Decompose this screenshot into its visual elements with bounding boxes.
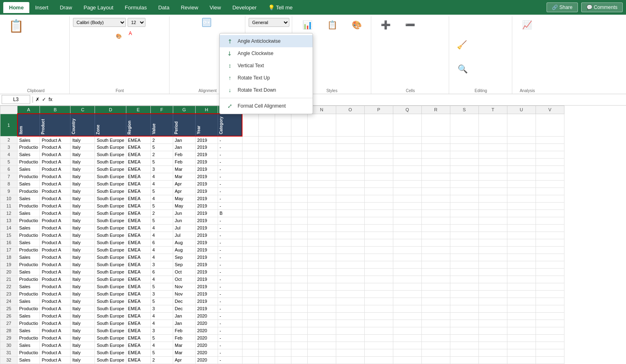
cell-17-19[interactable] — [478, 246, 507, 254]
col-header-P[interactable]: P — [364, 106, 393, 114]
cell-5-21[interactable] — [536, 158, 564, 165]
cell-24-10[interactable] — [258, 298, 275, 305]
cell-24-18[interactable] — [450, 298, 478, 305]
cell-6-16[interactable] — [393, 165, 421, 173]
cell-17-9[interactable] — [242, 246, 258, 254]
cell-4-8[interactable]: - — [218, 151, 242, 158]
format-painter-button[interactable]: 🖌 Format Painter — [28, 33, 67, 40]
row-num-14[interactable]: 14 — [0, 224, 18, 232]
cell-8-21[interactable] — [536, 180, 564, 188]
cell-3-11[interactable] — [275, 143, 291, 151]
cell-16-1[interactable]: Product A — [40, 239, 71, 246]
cell-9-16[interactable] — [393, 188, 421, 195]
cell-8-19[interactable] — [478, 180, 507, 188]
cell-18-17[interactable] — [421, 254, 450, 261]
cell-20-17[interactable] — [421, 268, 450, 276]
cell-20-8[interactable]: - — [218, 268, 242, 276]
cell-13-19[interactable] — [478, 217, 507, 224]
cell-11-12[interactable] — [291, 202, 307, 210]
cell-27-9[interactable] — [242, 320, 258, 327]
cell-27-7[interactable]: 2020 — [195, 320, 218, 327]
cell-27-16[interactable] — [393, 320, 421, 327]
cell-16-11[interactable] — [275, 239, 291, 246]
cell-15-5[interactable]: 4 — [150, 232, 173, 239]
cell-14-21[interactable] — [536, 224, 564, 232]
cell-11-11[interactable] — [275, 202, 291, 210]
cell-9-19[interactable] — [478, 188, 507, 195]
header-cell-19[interactable] — [478, 114, 507, 136]
cell-26-6[interactable]: Jan — [173, 312, 195, 320]
cell-18-4[interactable]: EMEA — [126, 254, 150, 261]
cell-7-14[interactable] — [336, 173, 364, 180]
cell-14-6[interactable]: Jul — [173, 224, 195, 232]
cell-29-4[interactable]: EMEA — [126, 334, 150, 342]
cell-9-8[interactable]: - — [218, 188, 242, 195]
decrease-indent-button[interactable]: ← — [202, 28, 211, 37]
cell-21-0[interactable]: Productio — [18, 276, 40, 283]
cell-15-16[interactable] — [393, 232, 421, 239]
cell-3-2[interactable]: Italy — [71, 143, 95, 151]
cell-30-18[interactable] — [450, 342, 478, 349]
cell-8-16[interactable] — [393, 180, 421, 188]
cell-3-8[interactable]: - — [218, 143, 242, 151]
cell-3-21[interactable] — [536, 143, 564, 151]
cell-5-8[interactable]: - — [218, 158, 242, 165]
cell-32-8[interactable]: - — [218, 356, 242, 364]
cell-13-8[interactable]: - — [218, 217, 242, 224]
cell-15-21[interactable] — [536, 232, 564, 239]
cell-10-11[interactable] — [275, 195, 291, 202]
cell-12-11[interactable] — [275, 210, 291, 217]
cell-10-0[interactable]: Sales — [18, 195, 40, 202]
header-cell-1[interactable]: Product — [40, 114, 71, 136]
col-header-S[interactable]: S — [450, 106, 478, 114]
cell-25-10[interactable] — [258, 305, 275, 312]
dropdown-item-rotate-text-up[interactable]: ↑ Rotate Text Up — [220, 72, 313, 84]
cell-25-12[interactable] — [291, 305, 307, 312]
cell-16-6[interactable]: Aug — [173, 239, 195, 246]
cell-8-5[interactable]: 4 — [150, 180, 173, 188]
cell-9-5[interactable]: 5 — [150, 188, 173, 195]
sort-filter-button[interactable]: ↕ Sort &Filter ▼ — [472, 38, 491, 62]
cell-23-9[interactable] — [242, 290, 258, 298]
cell-18-13[interactable] — [307, 254, 336, 261]
cell-9-6[interactable]: Apr — [173, 188, 195, 195]
cell-14-0[interactable]: Sales — [18, 224, 40, 232]
delete-button[interactable]: ➖ Delete ▼ — [399, 18, 422, 37]
cell-12-8[interactable]: B — [218, 210, 242, 217]
cell-25-3[interactable]: South Europe — [95, 305, 126, 312]
cell-11-17[interactable] — [421, 202, 450, 210]
col-header-V[interactable]: V — [536, 106, 564, 114]
header-cell-14[interactable] — [336, 114, 364, 136]
cell-15-14[interactable] — [336, 232, 364, 239]
cell-17-13[interactable] — [307, 246, 336, 254]
header-cell-2[interactable]: Country — [71, 114, 95, 136]
cell-23-7[interactable]: 2019 — [195, 290, 218, 298]
cell-18-15[interactable] — [364, 254, 393, 261]
font-family-select[interactable]: Calibri (Body) — [73, 18, 126, 27]
cell-26-18[interactable] — [450, 312, 478, 320]
cell-3-7[interactable]: 2019 — [195, 143, 218, 151]
cell-14-11[interactable] — [275, 224, 291, 232]
cell-12-2[interactable]: Italy — [71, 210, 95, 217]
cell-6-9[interactable] — [242, 165, 258, 173]
cell-14-19[interactable] — [478, 224, 507, 232]
header-cell-16[interactable] — [393, 114, 421, 136]
cell-26-21[interactable] — [536, 312, 564, 320]
cell-10-7[interactable]: 2019 — [195, 195, 218, 202]
cell-2-11[interactable] — [275, 136, 291, 143]
cell-23-21[interactable] — [536, 290, 564, 298]
cell-29-10[interactable] — [258, 334, 275, 342]
cell-32-5[interactable]: 2 — [150, 356, 173, 364]
cell-5-3[interactable]: South Europe — [95, 158, 126, 165]
cell-2-1[interactable]: Product A — [40, 136, 71, 143]
cell-29-9[interactable] — [242, 334, 258, 342]
cell-3-14[interactable] — [336, 143, 364, 151]
cell-28-18[interactable] — [450, 327, 478, 334]
cell-19-14[interactable] — [336, 261, 364, 268]
border-button[interactable]: ⊞ — [105, 29, 114, 38]
col-header-E[interactable]: E — [126, 106, 150, 114]
cell-3-20[interactable] — [507, 143, 536, 151]
cell-11-21[interactable] — [536, 202, 564, 210]
cell-4-17[interactable] — [421, 151, 450, 158]
cell-14-2[interactable]: Italy — [71, 224, 95, 232]
